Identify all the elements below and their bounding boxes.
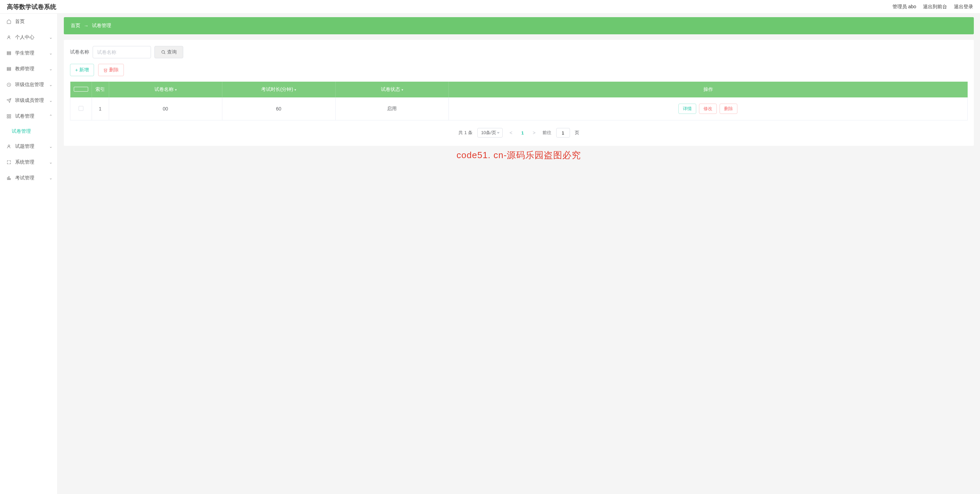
sidebar-item-label: 系统管理 xyxy=(15,159,34,165)
action-row: + 新增 删除 xyxy=(70,64,968,76)
logout-link[interactable]: 退出登录 xyxy=(954,4,973,10)
sidebar-subitem-exam-paper-mgmt[interactable]: 试卷管理 xyxy=(0,124,57,138)
sidebar-item-label: 考试管理 xyxy=(15,175,34,181)
sidebar-item-student-mgmt[interactable]: 学生管理 ⌄ xyxy=(0,45,57,61)
page-jump-input[interactable] xyxy=(556,128,570,138)
list-icon xyxy=(6,51,12,56)
col-header-ops: 操作 xyxy=(449,82,968,97)
page-size-select[interactable]: 10条/页 xyxy=(477,128,503,138)
admin-label[interactable]: 管理员 abo xyxy=(892,4,916,10)
svg-rect-6 xyxy=(7,70,11,70)
breadcrumb-root[interactable]: 首页 xyxy=(71,23,80,29)
sidebar-item-label: 首页 xyxy=(15,19,25,25)
sidebar-item-system-mgmt[interactable]: 系统管理 ⌄ xyxy=(0,154,57,170)
chevron-down-icon: ⌄ xyxy=(49,82,52,87)
delete-button[interactable]: 删除 xyxy=(98,64,124,76)
search-button[interactable]: 查询 xyxy=(154,46,183,58)
grid-icon xyxy=(6,114,12,119)
chevron-down-icon: ⌄ xyxy=(49,176,52,180)
chevron-down-icon: ⌄ xyxy=(49,51,52,56)
pagination: 共 1 条 10条/页 < 1 > 前往 页 xyxy=(70,128,968,138)
search-button-label: 查询 xyxy=(167,49,177,55)
sidebar-item-label: 班级信息管理 xyxy=(15,82,44,88)
row-delete-button[interactable]: 删除 xyxy=(719,103,737,114)
jump-suffix: 页 xyxy=(575,130,579,136)
svg-point-16 xyxy=(162,51,164,53)
sidebar-item-label: 个人中心 xyxy=(15,34,34,40)
svg-rect-14 xyxy=(9,176,9,179)
sort-icon: ▾ xyxy=(401,88,403,92)
main-content: 首页 → 试卷管理 试卷名称 查询 + 新增 xyxy=(58,14,980,494)
chevron-up-icon: ⌃ xyxy=(49,114,52,119)
chevron-down-icon: ⌄ xyxy=(49,160,52,165)
row-edit-button[interactable]: 修改 xyxy=(699,103,717,114)
col-header-name[interactable]: 试卷名称▾ xyxy=(109,82,222,97)
sidebar-item-profile[interactable]: 个人中心 ⌄ xyxy=(0,30,57,45)
col-header-index: 索引 xyxy=(92,82,109,97)
col-header-duration[interactable]: 考试时长(分钟)▾ xyxy=(222,82,335,97)
chevron-down-icon: ⌄ xyxy=(49,144,52,149)
add-button[interactable]: + 新增 xyxy=(70,64,94,76)
user-icon xyxy=(6,35,12,40)
sort-icon: ▾ xyxy=(294,88,296,92)
svg-rect-1 xyxy=(7,51,11,52)
home-icon xyxy=(6,19,12,24)
sidebar-item-class-member-mgmt[interactable]: 班级成员管理 ⌄ xyxy=(0,93,57,108)
chevron-down-icon: ⌄ xyxy=(49,67,52,71)
chevron-down-icon: ⌄ xyxy=(49,35,52,40)
data-table: 索引 试卷名称▾ 考试时长(分钟)▾ 试卷状态▾ 操作 1 00 60 xyxy=(70,82,968,121)
svg-rect-8 xyxy=(7,114,9,116)
breadcrumb-current: 试卷管理 xyxy=(92,23,111,29)
cell-name: 00 xyxy=(109,97,222,121)
svg-rect-4 xyxy=(7,67,11,68)
cell-status: 启用 xyxy=(335,97,449,121)
sidebar-item-label: 班级成员管理 xyxy=(15,97,44,103)
page-current[interactable]: 1 xyxy=(519,130,526,135)
sidebar-item-question-mgmt[interactable]: 试题管理 ⌄ xyxy=(0,138,57,154)
row-detail-button[interactable]: 详情 xyxy=(678,103,696,114)
sidebar-item-exam-paper-mgmt[interactable]: 试卷管理 ⌃ xyxy=(0,108,57,124)
breadcrumb: 首页 → 试卷管理 xyxy=(64,17,974,34)
sidebar-item-label: 学生管理 xyxy=(15,50,34,56)
pagination-total: 共 1 条 xyxy=(458,130,472,136)
select-all-checkbox[interactable] xyxy=(74,87,88,92)
svg-rect-9 xyxy=(9,114,11,116)
sidebar-item-label: 教师管理 xyxy=(15,66,34,72)
filter-row: 试卷名称 查询 xyxy=(70,46,968,58)
trash-icon xyxy=(103,68,108,72)
table-row: 1 00 60 启用 详情 修改 删除 xyxy=(70,97,968,121)
exit-to-front-link[interactable]: 退出到前台 xyxy=(923,4,947,10)
sidebar-item-teacher-mgmt[interactable]: 教师管理 ⌄ xyxy=(0,61,57,77)
clock-icon xyxy=(6,82,12,87)
cell-index: 1 xyxy=(92,97,109,121)
svg-rect-15 xyxy=(10,178,10,180)
cell-duration: 60 xyxy=(222,97,335,121)
svg-rect-2 xyxy=(7,53,11,54)
plus-icon: + xyxy=(75,67,78,73)
sort-icon: ▾ xyxy=(175,88,177,92)
add-button-label: 新增 xyxy=(79,67,89,73)
bar-icon xyxy=(6,175,12,181)
page-next-button[interactable]: > xyxy=(530,130,537,135)
header-right: 管理员 abo 退出到前台 退出登录 xyxy=(892,4,973,10)
delete-button-label: 删除 xyxy=(109,67,119,73)
exam-name-input[interactable] xyxy=(93,46,151,58)
search-icon xyxy=(161,50,166,54)
sidebar-item-home[interactable]: 首页 xyxy=(0,14,57,30)
sidebar-item-exam-mgmt[interactable]: 考试管理 ⌄ xyxy=(0,170,57,186)
page-prev-button[interactable]: < xyxy=(508,130,514,135)
svg-rect-13 xyxy=(7,178,8,180)
svg-rect-10 xyxy=(7,117,9,118)
sidebar-item-class-info-mgmt[interactable]: 班级信息管理 ⌄ xyxy=(0,77,57,93)
svg-point-0 xyxy=(8,36,10,37)
content-card: 试卷名称 查询 + 新增 删除 xyxy=(64,40,974,146)
col-header-status[interactable]: 试卷状态▾ xyxy=(335,82,449,97)
list-icon xyxy=(6,66,12,72)
row-checkbox[interactable] xyxy=(79,106,83,111)
sidebar: 首页 个人中心 ⌄ 学生管理 ⌄ 教师管理 ⌄ 班级信息管理 ⌄ xyxy=(0,14,58,494)
col-header-select xyxy=(70,82,92,97)
svg-rect-3 xyxy=(7,54,11,54)
svg-rect-5 xyxy=(7,68,11,69)
svg-point-12 xyxy=(8,145,10,146)
sidebar-item-label: 试题管理 xyxy=(15,143,34,149)
